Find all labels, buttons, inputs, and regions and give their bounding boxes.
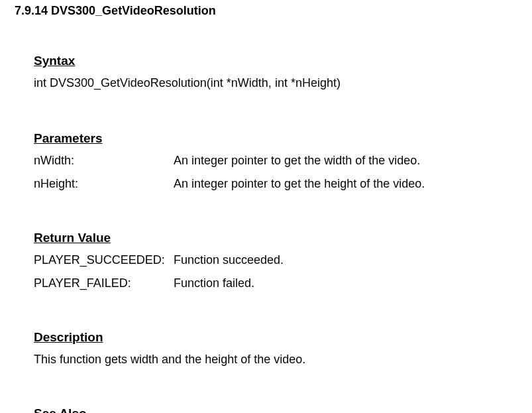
see-also-heading: See Also <box>34 406 517 413</box>
see-also-section: See Also <box>34 406 517 413</box>
description-heading: Description <box>34 330 517 345</box>
parameter-row: nHeight: An integer pointer to get the h… <box>34 177 517 191</box>
parameter-desc: An integer pointer to get the height of … <box>174 177 517 191</box>
description-section: Description This function gets width and… <box>34 330 517 367</box>
syntax-text: int DVS300_GetVideoResolution(int *nWidt… <box>34 76 517 90</box>
parameter-name: nWidth: <box>34 154 174 168</box>
document-page: 7.9.14 DVS300_GetVideoResolution Syntax … <box>0 0 532 413</box>
return-row: PLAYER_FAILED: Function failed. <box>34 276 517 290</box>
parameters-section: Parameters nWidth: An integer pointer to… <box>34 131 517 191</box>
return-row: PLAYER_SUCCEEDED: Function succeeded. <box>34 253 517 267</box>
page-title: 7.9.14 DVS300_GetVideoResolution <box>15 0 517 18</box>
parameter-desc: An integer pointer to get the width of t… <box>174 154 517 168</box>
return-desc: Function succeeded. <box>174 253 517 267</box>
parameters-heading: Parameters <box>34 131 517 146</box>
description-text: This function gets width and the height … <box>34 353 517 367</box>
syntax-heading: Syntax <box>34 54 517 68</box>
parameter-name: nHeight: <box>34 177 174 191</box>
return-value-heading: Return Value <box>34 231 517 245</box>
return-name: PLAYER_FAILED: <box>34 276 174 290</box>
return-name: PLAYER_SUCCEEDED: <box>34 253 174 267</box>
heading-title: DVS300_GetVideoResolution <box>51 4 216 17</box>
parameter-row: nWidth: An integer pointer to get the wi… <box>34 154 517 168</box>
syntax-section: Syntax int DVS300_GetVideoResolution(int… <box>34 54 517 90</box>
heading-number: 7.9.14 <box>15 4 48 17</box>
return-value-section: Return Value PLAYER_SUCCEEDED: Function … <box>34 231 517 290</box>
return-desc: Function failed. <box>174 276 517 290</box>
